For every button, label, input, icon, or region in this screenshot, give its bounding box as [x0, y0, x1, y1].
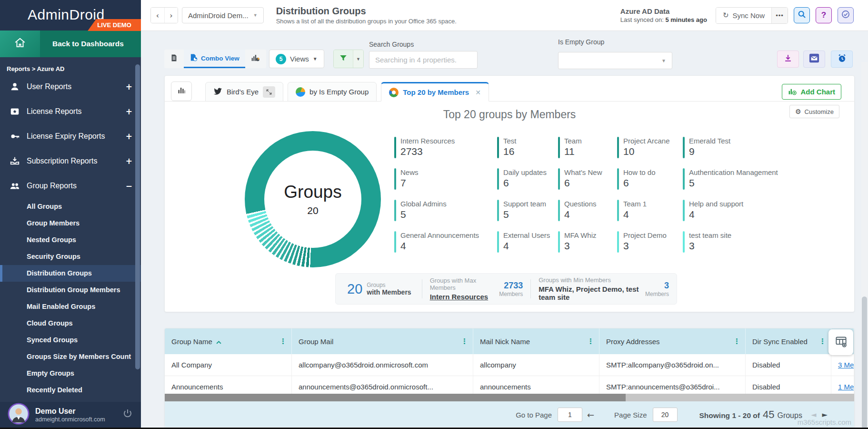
sidebar-item-all-groups[interactable]: All Groups	[0, 198, 141, 215]
max-members-group[interactable]: Intern Resources	[430, 293, 495, 301]
column-menu-icon[interactable]: ⋮	[461, 337, 468, 346]
tab-by-is-empty-group[interactable]: by Is Empty Group	[288, 82, 377, 102]
combo-view-icon	[190, 53, 198, 63]
chart-list-button[interactable]	[171, 82, 192, 101]
sidebar-item-cloud-groups[interactable]: Cloud Groups	[0, 315, 141, 332]
legend-value: 4	[564, 209, 597, 220]
legend-item: How to do6	[617, 168, 683, 190]
table-card: Group Name ⋮ Group Mail ⋮ Mail Nick Name…	[164, 328, 855, 428]
cell-mail: allcompany@o365droid.onmicrosoft.com	[292, 354, 473, 376]
filter-control: ▼	[333, 50, 364, 68]
sidebar-item-license-reports[interactable]: License Reports +	[0, 99, 141, 124]
sidebar-item-security-groups[interactable]: Security Groups	[0, 248, 141, 265]
expand-icon[interactable]	[263, 86, 275, 98]
global-search-button[interactable]	[794, 7, 810, 23]
email-report-button[interactable]	[803, 51, 825, 68]
sidebar-item-mail-enabled-groups[interactable]: Mail Enabled Groups	[0, 298, 141, 315]
home-button[interactable]	[0, 31, 40, 57]
sidebar-item-distribution-group-members[interactable]: Distribution Group Members	[0, 282, 141, 298]
add-chart-button[interactable]: Add Chart	[782, 84, 842, 100]
column-header-mail-nick-name[interactable]: Mail Nick Name ⋮	[473, 328, 599, 354]
column-menu-icon[interactable]: ⋮	[733, 337, 740, 346]
column-header-dir-sync-enabled[interactable]: Dir Sync Enabled ⋮	[746, 328, 831, 354]
sidebar-item-group-reports[interactable]: Group Reports −	[0, 174, 141, 198]
legend-color-bar	[497, 168, 499, 190]
sidebar-item-user-reports[interactable]: User Reports +	[0, 74, 141, 99]
tab-birds-eye[interactable]: Bird's Eye	[205, 82, 283, 102]
go-arrow-icon[interactable]: ←	[587, 410, 594, 420]
close-tab-icon[interactable]: ✕	[475, 89, 481, 96]
sidebar-item-subscription-reports[interactable]: Subscription Reports +	[0, 149, 141, 174]
help-button[interactable]: ?	[816, 7, 832, 23]
legend-value: 5	[400, 209, 447, 220]
column-header-group-name[interactable]: Group Name ⋮	[165, 328, 292, 354]
vertical-scrollbar-thumb[interactable]	[862, 296, 867, 429]
legend-item: Project Demo3	[617, 231, 683, 253]
app-window: AdminDroid LIVE DEMO Back to Dashboards …	[0, 0, 868, 429]
legend-value: 4	[689, 209, 743, 220]
legend-item: Emerald Test9	[683, 137, 844, 158]
logout-power-icon[interactable]	[122, 408, 133, 421]
column-header-group-mail[interactable]: Group Mail ⋮	[292, 328, 473, 354]
is-empty-group-select[interactable]: ▼	[558, 52, 672, 69]
column-menu-icon[interactable]: ⋮	[587, 337, 594, 346]
schedule-alarm-button[interactable]	[831, 51, 853, 68]
column-menu-icon[interactable]: ⋮	[279, 337, 287, 346]
collapse-minus-icon[interactable]: −	[126, 181, 132, 191]
column-header-proxy-addresses[interactable]: Proxy Addresses ⋮	[599, 328, 746, 354]
donut-center-label: Groups	[284, 182, 341, 202]
tab-top-20-by-members[interactable]: Top 20 by Members ✕	[381, 82, 489, 102]
expand-plus-icon[interactable]: +	[126, 107, 132, 116]
expand-plus-icon[interactable]: +	[126, 132, 132, 141]
sidebar-item-group-members[interactable]: Group Members	[0, 215, 141, 232]
horizontal-scrollbar-thumb[interactable]	[165, 394, 626, 401]
expand-plus-icon[interactable]: +	[126, 82, 132, 92]
top-header: ‹ › AdminDroid Dem... ▼ Distribution Gro…	[141, 0, 868, 31]
legend-name: External Users	[503, 231, 550, 239]
chart-title: Top 20 groups by Members	[165, 108, 854, 121]
page-size-input[interactable]	[653, 408, 678, 422]
grid-view-tab[interactable]	[164, 50, 184, 68]
avatar[interactable]	[8, 403, 30, 427]
sidebar-item-empty-groups[interactable]: Empty Groups	[0, 365, 141, 382]
chart-view-tab[interactable]	[245, 50, 266, 68]
sidebar-item-nested-groups[interactable]: Nested Groups	[0, 232, 141, 248]
legend-name: Authentication Management	[689, 168, 778, 176]
nav-back-button[interactable]: ‹	[151, 8, 164, 23]
legend-value: 11	[564, 146, 582, 157]
search-icon	[797, 10, 807, 21]
chevron-down-icon: ▼	[313, 56, 318, 61]
sidebar-item-recently-deleted[interactable]: Recently Deleted	[0, 382, 141, 398]
vertical-scrollbar[interactable]	[861, 62, 868, 429]
legend-value: 4	[623, 209, 647, 220]
sidebar-scrollbar[interactable]	[135, 64, 140, 369]
combo-view-tab[interactable]: Combo View	[184, 50, 245, 68]
filter-button[interactable]	[334, 50, 353, 68]
legend-name: test team site	[689, 231, 731, 239]
sidebar-item-groups-size-by-members-count[interactable]: Groups Size by Members Count	[0, 348, 141, 365]
horizontal-scrollbar[interactable]	[165, 394, 854, 401]
legend-value: 7	[400, 177, 419, 189]
column-chooser-button[interactable]	[828, 329, 853, 355]
legend-value: 6	[564, 177, 602, 189]
expand-plus-icon[interactable]: +	[126, 156, 132, 166]
back-to-dashboards[interactable]: Back to Dashboards	[40, 31, 141, 57]
sync-more-button[interactable]: •••	[771, 8, 788, 23]
donut-center: Groups 20	[264, 151, 361, 248]
sidebar-item-synced-groups[interactable]: Synced Groups	[0, 332, 141, 348]
export-download-button[interactable]	[777, 51, 799, 68]
sidebar-item-distribution-groups[interactable]: Distribution Groups	[0, 265, 141, 282]
tenant-dropdown[interactable]: AdminDroid Dem... ▼	[182, 7, 264, 23]
members-link[interactable]: 3 Me	[831, 354, 854, 376]
nav-forward-button[interactable]: ›	[164, 8, 178, 23]
sidebar-item-license-expiry-reports[interactable]: License Expiry Reports +	[0, 124, 141, 149]
sync-now-button[interactable]: ↻ Sync Now	[716, 8, 771, 23]
search-groups-input[interactable]	[369, 51, 478, 69]
schedule-button[interactable]	[838, 7, 854, 23]
goto-page-input[interactable]	[558, 408, 582, 422]
filter-dropdown-button[interactable]: ▼	[353, 50, 363, 68]
column-menu-icon[interactable]: ⋮	[819, 337, 826, 346]
views-dropdown[interactable]: 5 Views ▼	[269, 50, 324, 68]
document-icon	[170, 53, 178, 64]
last-synced-text: Last synced on: 5 minutes ago	[620, 16, 707, 23]
